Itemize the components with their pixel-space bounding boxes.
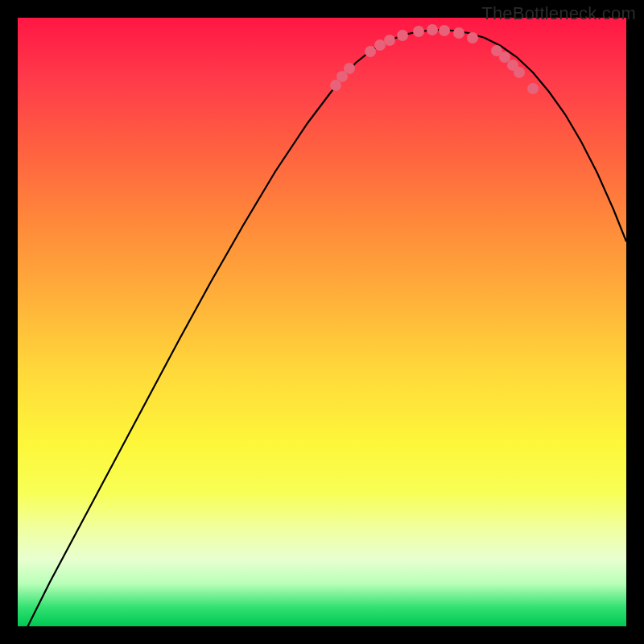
- watermark-text: TheBottleneck.com: [481, 3, 636, 24]
- curve-marker: [397, 30, 408, 41]
- curve-marker: [453, 27, 464, 39]
- curve-marker: [514, 67, 525, 78]
- curve-marker: [413, 26, 424, 37]
- curve-marker: [499, 52, 510, 63]
- chart-svg: [18, 18, 626, 626]
- curve-marker: [427, 24, 438, 35]
- curve-marker: [384, 35, 395, 46]
- curve-marker: [374, 39, 386, 51]
- curve-marker: [344, 63, 355, 74]
- curve-marker: [365, 46, 376, 57]
- curve-marker: [527, 83, 539, 94]
- curve-marker: [439, 25, 450, 36]
- plot-area: [18, 18, 626, 626]
- chart-container: TheBottleneck.com: [0, 0, 644, 644]
- curve-marker: [467, 32, 478, 43]
- bottleneck-curve: [18, 30, 626, 626]
